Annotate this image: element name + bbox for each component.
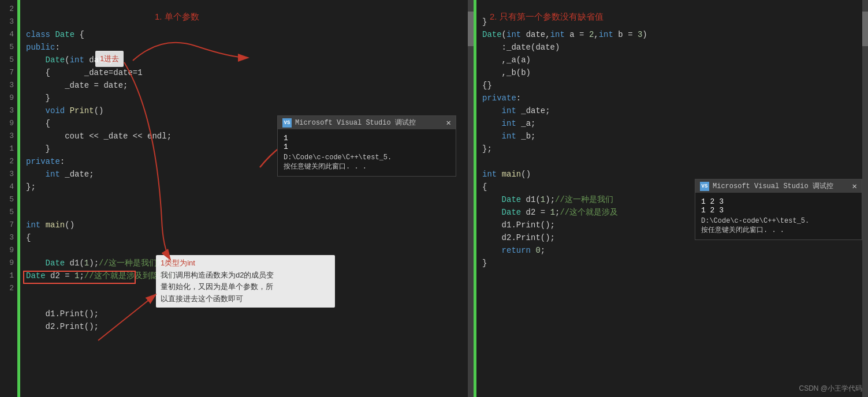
- terminal-2-path: D:\Code\c-code\C++\test_5.按任意键关闭此窗口. . .: [701, 217, 856, 235]
- right-scrollbar[interactable]: [862, 0, 868, 397]
- annotation-1-jinqu: 1进去: [95, 51, 124, 67]
- terminal-2-close[interactable]: ✕: [852, 181, 857, 191]
- terminal-1-titlebar: VS Microsoft Visual Studio 调试控 ✕: [278, 116, 456, 129]
- annotation-single-param-title: 1. 单个参数: [150, 8, 204, 26]
- terminal-1-path: D:\Code\c-code\C++\test_5.按任意键关闭此窗口. . .: [284, 153, 450, 171]
- terminal-2-title: Microsoft Visual Studio 调试控: [713, 181, 833, 191]
- line-numbers-left: 2 3 4 5 5 7 3 9 3 9 3 1 2 3 4 5 5 7 3 9: [0, 0, 17, 397]
- attribution: CSDN @小王学代码: [799, 384, 862, 394]
- highlight-box: [23, 271, 136, 284]
- scrollbar-left[interactable]: [468, 0, 474, 397]
- left-panel: 2 3 4 5 5 7 3 9 3 9 3 1 2 3 4 5 5 7 3 9: [0, 0, 474, 397]
- right-panel: } Date(int date,int a = 2,int b = 3) :_d…: [474, 0, 868, 397]
- terminal-2-icon: VS: [700, 182, 709, 191]
- terminal-2-output: 1 2 31 2 3: [701, 197, 856, 215]
- annotation-detail-box: 1类型为int 我们调用构造函数来为d2的成员变 量初始化，又因为是单个参数，所…: [156, 255, 335, 308]
- main-container: 2 3 4 5 5 7 3 9 3 9 3 1 2 3 4 5 5 7 3 9: [0, 0, 868, 397]
- terminal-1-close[interactable]: ✕: [446, 118, 451, 128]
- terminal-2: VS Microsoft Visual Studio 调试控 ✕ 1 2 31 …: [695, 179, 862, 240]
- terminal-1-icon: VS: [282, 118, 292, 128]
- terminal-1-output: 11: [284, 134, 450, 151]
- terminal-2-body: 1 2 31 2 3 D:\Code\c-code\C++\test_5.按任意…: [695, 193, 862, 239]
- terminal-1: VS Microsoft Visual Studio 调试控 ✕ 11 D:\C…: [277, 115, 456, 177]
- terminal-2-titlebar: VS Microsoft Visual Studio 调试控 ✕: [695, 179, 862, 193]
- terminal-1-title: Microsoft Visual Studio 调试控: [295, 118, 416, 128]
- terminal-1-body: 11 D:\Code\c-code\C++\test_5.按任意键关闭此窗口. …: [278, 129, 456, 176]
- code-content-left: class Date { public: Date(int date) { _d…: [20, 0, 468, 397]
- annotation-first-param-title: 2. 只有第一个参数没有缺省值: [485, 8, 608, 26]
